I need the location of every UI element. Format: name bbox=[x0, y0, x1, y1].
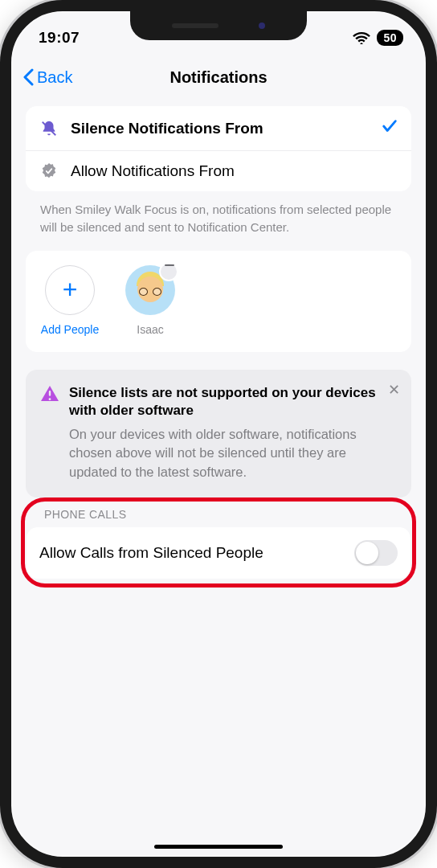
close-icon[interactable]: ✕ bbox=[388, 381, 400, 399]
option-silence-label: Silence Notifications From bbox=[71, 120, 370, 137]
warning-icon bbox=[40, 384, 59, 407]
badge-check-icon bbox=[39, 162, 59, 180]
remove-badge-icon[interactable] bbox=[165, 264, 174, 266]
people-card: + Add People Isaac bbox=[26, 251, 411, 352]
add-people-button[interactable]: + Add People bbox=[40, 265, 100, 336]
info-banner: ✕ Silence lists are not supported on you… bbox=[26, 370, 411, 497]
allow-calls-toggle[interactable] bbox=[354, 540, 398, 566]
nav-bar: Back Notifications bbox=[11, 56, 426, 98]
bell-slash-icon bbox=[39, 120, 59, 137]
home-indicator[interactable] bbox=[154, 845, 283, 849]
status-time: 19:07 bbox=[39, 29, 80, 47]
notification-mode-card: Silence Notifications From Allow Notific… bbox=[26, 106, 411, 191]
person-name: Isaac bbox=[137, 323, 163, 336]
allow-calls-label: Allow Calls from Silenced People bbox=[39, 544, 263, 562]
option-allow[interactable]: Allow Notifications From bbox=[26, 150, 411, 191]
option-allow-label: Allow Notifications From bbox=[71, 162, 398, 180]
content: Silence Notifications From Allow Notific… bbox=[11, 98, 426, 588]
back-label: Back bbox=[37, 68, 72, 87]
helper-text: When Smiley Walk Focus is on, notificati… bbox=[26, 191, 411, 251]
option-silence[interactable]: Silence Notifications From bbox=[26, 106, 411, 150]
avatar bbox=[125, 265, 175, 315]
add-people-label: Add People bbox=[41, 323, 99, 336]
highlight-annotation: PHONE CALLS Allow Calls from Silenced Pe… bbox=[21, 497, 416, 588]
wifi-icon bbox=[353, 31, 370, 44]
allow-calls-row[interactable]: Allow Calls from Silenced People bbox=[27, 527, 410, 579]
back-button[interactable]: Back bbox=[22, 68, 72, 87]
phone-frame: 19:07 50 Back Notifications Silence Noti… bbox=[0, 0, 437, 868]
phone-calls-header: PHONE CALLS bbox=[27, 503, 410, 527]
info-title: Silence lists are not supported on your … bbox=[69, 384, 397, 421]
battery-indicator: 50 bbox=[377, 30, 403, 46]
person-isaac[interactable]: Isaac bbox=[120, 265, 180, 336]
notch bbox=[130, 11, 307, 40]
checkmark-icon bbox=[381, 117, 398, 139]
plus-icon: + bbox=[45, 265, 95, 315]
page-title: Notifications bbox=[11, 68, 426, 87]
info-body: On your devices with older software, not… bbox=[69, 425, 397, 481]
